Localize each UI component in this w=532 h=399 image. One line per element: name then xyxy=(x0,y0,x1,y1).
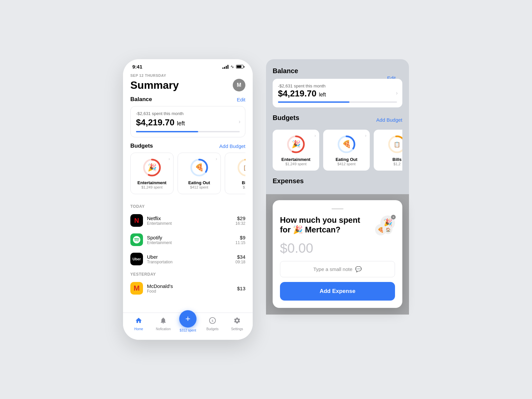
expense-category: Entertainment xyxy=(147,240,231,245)
status-time: 9:41 xyxy=(132,64,142,69)
budget-circle-eating: 🍕 xyxy=(189,158,209,178)
balance-amount: $4,219.70 left xyxy=(136,117,240,128)
note-input[interactable]: Type a small note 💬 xyxy=(280,261,395,277)
header-date: SEP 12 THURSDAY xyxy=(130,73,245,77)
panel-balance-card[interactable]: -$2,631 spent this month $4,219.70 left … xyxy=(273,79,402,107)
expense-name: Spotify xyxy=(147,235,231,240)
nav-settings-label: Settings xyxy=(231,327,243,331)
budget-chevron-icon: › xyxy=(169,156,170,161)
budget-card-bills[interactable]: › 📋 Bills $1,2 xyxy=(225,153,245,194)
note-placeholder-text: Type a small note xyxy=(313,266,352,272)
modal-overlay: How much you spent for 🎉 Mertcan? 🎉 ✕ 🍕 … xyxy=(266,194,409,315)
budget-spent: $1,249 spent xyxy=(135,185,169,189)
budget-spent: $1,249 spent xyxy=(277,162,315,166)
modal-emoji-stack: 🎉 ✕ 🍕 🏠 xyxy=(375,215,395,235)
panel-balance-amount: $4,219.70 left xyxy=(278,88,397,99)
expense-time: 11:15 xyxy=(235,240,245,245)
budget-name: Bills xyxy=(230,180,245,185)
expense-item-spotify[interactable]: Spotify Entertainment $9 11:15 xyxy=(123,230,253,249)
expense-time: 09:18 xyxy=(235,260,245,264)
expense-category: Transportation xyxy=(147,260,231,264)
nav-fab[interactable]: + $312 spent xyxy=(176,316,200,332)
budget-card-eating[interactable]: › 🍕 Eating Out $412 spent xyxy=(178,153,221,194)
nav-notification-label: Nofication xyxy=(156,327,171,331)
panel-expenses-title: Expenses xyxy=(273,177,402,185)
budget-name: Bills xyxy=(378,157,402,162)
balance-spent-label: -$2,631 spent this month xyxy=(136,111,240,116)
add-expense-button[interactable]: Add Expense xyxy=(280,282,395,301)
nav-home[interactable]: Home xyxy=(126,317,151,331)
expense-name: Netflix xyxy=(147,215,231,221)
expense-item-netflix[interactable]: N Netflix Entertainment $29 16:32 xyxy=(123,211,253,230)
budget-circle-entertainment: 🎉 xyxy=(142,158,162,178)
panel-budget-card-entertainment[interactable]: › 🎉 Entertainment $1,249 spent xyxy=(273,130,319,171)
balance-card[interactable]: -$2,631 spent this month $4,219.70 left … xyxy=(130,106,245,137)
nav-notification[interactable]: Nofication xyxy=(151,317,176,331)
expense-amount: $13 xyxy=(237,286,245,291)
drag-handle xyxy=(332,208,343,209)
add-budget-link[interactable]: Add Budget xyxy=(219,143,245,149)
budget-chevron-icon: › xyxy=(216,156,217,161)
balance-title: Balance xyxy=(130,96,152,103)
add-expense-modal: How much you spent for 🎉 Mertcan? 🎉 ✕ 🍕 … xyxy=(273,200,402,308)
expense-name: McDonald's xyxy=(147,283,233,289)
nav-settings[interactable]: Settings xyxy=(225,317,249,331)
expense-time: 16:32 xyxy=(235,221,245,226)
today-label: TODAY xyxy=(123,201,253,211)
panel-chevron-icon: › xyxy=(396,90,398,96)
panel-budgets-scroll: › 🎉 Entertainment $1,249 spent › xyxy=(273,130,402,172)
expense-item-mcdonalds[interactable]: M McDonald's Food $13 xyxy=(123,279,253,298)
mcdonalds-logo: M xyxy=(130,282,143,295)
nav-budgets-label: Budgets xyxy=(206,327,219,331)
uber-logo: Uber xyxy=(130,253,143,265)
svg-text:$: $ xyxy=(211,319,213,322)
page-title: Summary xyxy=(130,79,179,91)
budget-chevron-icon: › xyxy=(315,133,316,138)
nav-home-label: Home xyxy=(134,327,143,331)
panel-budget-card-bills[interactable]: › 📋 Bills $1,2 xyxy=(374,130,402,171)
settings-icon xyxy=(233,317,241,326)
budget-circle-bills: 📋 xyxy=(236,158,245,178)
modal-emoji-house: 🏠 xyxy=(384,225,392,234)
budget-spent: $412 spent xyxy=(183,185,216,189)
expense-amount: $29 xyxy=(235,215,245,221)
budgets-scroll: › 🎉 Entertainment $1,249 spent xyxy=(130,153,245,196)
budget-spent: $1,2 xyxy=(378,162,402,166)
balance-section: Balance Edit -$2,631 spent this month $4… xyxy=(123,96,253,143)
budget-chevron-icon: › xyxy=(365,133,366,138)
battery-icon xyxy=(236,65,243,68)
panel-add-budget-link[interactable]: Add Budget xyxy=(376,117,402,123)
app-container: 9:41 ∿ SEP 12 THURSDAY xyxy=(110,46,422,353)
add-button[interactable]: + xyxy=(179,310,197,328)
scroll-content: Balance Edit -$2,631 spent this month $4… xyxy=(123,96,253,340)
note-icon: 💬 xyxy=(355,266,362,272)
expense-amount: $9 xyxy=(235,235,245,240)
home-icon xyxy=(135,317,142,326)
modal-close-icon: ✕ xyxy=(391,215,396,219)
budget-name: Entertainment xyxy=(135,180,169,185)
header: SEP 12 THURSDAY Summary M xyxy=(123,71,253,96)
panel-budget-card-eating[interactable]: › 🍕 Eating Out $412 spent xyxy=(323,130,370,171)
expense-item-uber[interactable]: Uber Uber Transportation $34 09:18 xyxy=(123,249,253,269)
modal-title: How much you spent for 🎉 Mertcan? xyxy=(280,215,375,235)
yesterday-label: YESTERDAY xyxy=(123,269,253,279)
budgets-title: Budgets xyxy=(130,143,153,149)
panel-budgets-title: Budgets xyxy=(273,114,299,122)
panel-balance-title: Balance xyxy=(273,67,402,75)
nav-budgets[interactable]: $ Budgets xyxy=(200,317,225,331)
expense-amount: $34 xyxy=(235,254,245,260)
budget-spent: $1,2 xyxy=(230,185,245,189)
balance-edit-link[interactable]: Edit xyxy=(237,97,245,102)
spotify-logo xyxy=(130,233,143,246)
notification-icon xyxy=(160,317,167,326)
netflix-logo: N xyxy=(130,214,143,227)
panel-balance-spent: -$2,631 spent this month xyxy=(278,83,397,88)
modal-header: How much you spent for 🎉 Mertcan? 🎉 ✕ 🍕 … xyxy=(280,215,395,235)
budget-name: Entertainment xyxy=(277,157,315,162)
avatar[interactable]: M xyxy=(233,79,245,91)
signal-icon xyxy=(222,65,228,69)
nav-spent-label: $312 spent xyxy=(180,329,196,332)
budgets-nav-icon: $ xyxy=(209,317,216,326)
budget-card-entertainment[interactable]: › 🎉 Entertainment $1,249 spent xyxy=(130,153,174,194)
balance-chevron-icon: › xyxy=(239,119,240,125)
